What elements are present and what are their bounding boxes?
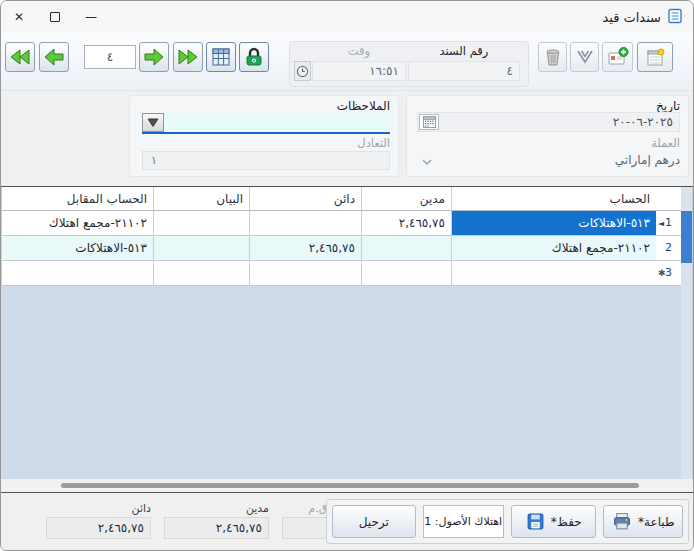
print-button[interactable]: طباعة* <box>603 505 683 538</box>
vertical-scrollbar[interactable] <box>681 187 693 479</box>
first-record-button[interactable] <box>5 42 35 72</box>
minimize-icon: — <box>85 10 97 24</box>
row-number: 1 <box>665 216 672 229</box>
asset-depreciation-box[interactable]: اهتلاك الأصول: 1 <box>423 505 505 538</box>
debit-cell[interactable] <box>361 261 451 286</box>
account-cell[interactable]: ٢١١٠٢-مجمع اهتلاك <box>451 236 656 261</box>
add-card-button[interactable] <box>602 42 633 72</box>
debit-total-field[interactable]: ٢,٤٦٥,٧٥ <box>164 517 269 539</box>
id-card-plus-icon <box>607 46 629 68</box>
horizontal-scrollbar[interactable] <box>1 479 693 492</box>
header-account[interactable]: الحساب <box>451 187 656 211</box>
vertical-scrollbar-thumb[interactable] <box>681 211 692 263</box>
titlebar: سندات قيد ✕ — <box>1 1 693 33</box>
calendar-button[interactable] <box>419 114 439 130</box>
maximize-button[interactable] <box>37 1 73 33</box>
row-number-cell[interactable]: 1◄ <box>656 211 681 236</box>
post-button[interactable]: ترحيل <box>332 505 416 538</box>
header-row-number <box>656 187 681 211</box>
header-counter-account[interactable]: الحساب المقابل <box>1 187 153 211</box>
stamp-button[interactable] <box>570 42 599 72</box>
time-field[interactable]: ١٦:٥١ <box>312 61 406 81</box>
currency-label: العملة <box>651 136 680 150</box>
account-cell[interactable] <box>451 261 656 286</box>
actions-panel: طباعة* حفظ* اهتلاك الأصول: 1 ترحيل <box>326 499 689 544</box>
toolbar: ٤ رقم السند ٤ وقت ١٦:٥١ <box>1 33 693 91</box>
clock-button[interactable] <box>294 61 311 81</box>
debit-value: ٢,٤٦٥,٧٥ <box>399 216 445 230</box>
debit-total-label: مدين <box>164 502 269 517</box>
header-statement[interactable]: البيان <box>153 187 249 211</box>
clock-icon <box>296 65 309 78</box>
row-number: 3 <box>665 266 672 279</box>
save-button-label: حفظ* <box>551 515 582 529</box>
debit-cell[interactable] <box>361 236 451 261</box>
notes-label: الملاحظات <box>337 99 390 113</box>
notes-field[interactable] <box>142 113 390 134</box>
credit-cell[interactable] <box>249 261 361 286</box>
notes-panel: الملاحظات التعادل ١ <box>129 95 399 177</box>
double-arrow-right-icon <box>176 45 200 69</box>
printer-icon <box>612 512 632 531</box>
statement-cell[interactable] <box>153 261 249 286</box>
header-debit[interactable]: مدين <box>361 187 451 211</box>
totals-area: ض.ق.م مدين ٢,٤٦٥,٧٥ دائن ٢,٤٦٥,٧٥ <box>46 502 344 539</box>
horizontal-scrollbar-thumb[interactable] <box>61 483 639 488</box>
close-icon: ✕ <box>14 10 24 24</box>
counter-account-cell[interactable] <box>1 261 153 286</box>
previous-record-button[interactable] <box>39 42 69 72</box>
voucher-number-label: رقم السند <box>408 44 520 58</box>
statement-cell[interactable] <box>153 211 249 236</box>
notes-dropdown-button[interactable] <box>142 113 164 132</box>
date-field[interactable]: ٢٠٢٥-٠٦-٢٠ <box>417 112 680 132</box>
credit-total-label: دائن <box>46 502 151 517</box>
date-label: تاريخ <box>656 99 680 113</box>
current-row-marker-icon: ◄ <box>658 211 664 236</box>
voucher-info-panel: رقم السند ٤ وقت ١٦:٥١ <box>289 41 529 87</box>
parity-field[interactable]: ١ <box>142 151 390 170</box>
post-button-label: ترحيل <box>359 515 389 529</box>
close-button[interactable]: ✕ <box>1 1 37 33</box>
debit-total-group: مدين ٢,٤٦٥,٧٥ <box>164 502 269 539</box>
new-voucher-button[interactable] <box>637 42 673 72</box>
voucher-number-field[interactable]: ٤ <box>408 61 520 81</box>
account-cell[interactable]: ٥١٣-الاهتلاكات <box>451 211 656 236</box>
row-number-cell[interactable]: 2 <box>656 236 681 261</box>
header-credit[interactable]: دائن <box>249 187 361 211</box>
save-button[interactable]: حفظ* <box>511 505 596 538</box>
currency-select[interactable]: درهم إماراتي <box>417 150 680 170</box>
credit-total-field[interactable]: ٢,٤٦٥,٧٥ <box>46 517 151 539</box>
grid-view-button[interactable] <box>206 42 236 72</box>
double-arrow-left-icon <box>8 45 32 69</box>
last-record-button[interactable] <box>173 42 203 72</box>
counter-account-cell[interactable]: ٥١٣-الاهتلاكات <box>1 236 153 261</box>
date-currency-panel: تاريخ ٢٠٢٥-٠٦-٢٠ العملة درهم إماراتي <box>406 95 689 177</box>
lock-icon <box>243 46 265 68</box>
dropdown-triangle-icon <box>147 117 159 128</box>
credit-value: ٢,٤٦٥,٧٥ <box>309 241 355 255</box>
window-controls: ✕ — <box>1 1 109 33</box>
statement-cell[interactable] <box>153 236 249 261</box>
next-record-button[interactable] <box>139 42 169 72</box>
credit-cell[interactable] <box>249 211 361 236</box>
window-title: سندات قيد <box>602 10 661 25</box>
window-title-area: سندات قيد <box>602 1 683 33</box>
lock-button[interactable] <box>239 42 269 72</box>
grid-header-row: الحساب مدين دائن البيان الحساب المقابل <box>1 187 681 211</box>
date-value: ٢٠٢٥-٠٦-٢٠ <box>613 113 673 131</box>
record-index-field[interactable]: ٤ <box>84 45 136 69</box>
journal-voucher-window: سندات قيد ✕ — ٤ رقم السند ٤ <box>0 0 694 551</box>
calendar-icon <box>422 115 437 129</box>
debit-cell[interactable]: ٢,٤٦٥,٧٥ <box>361 211 451 236</box>
floppy-disk-icon <box>526 512 545 531</box>
notepad-icon <box>644 46 666 68</box>
parity-label: التعادل <box>357 136 390 150</box>
minimize-button[interactable]: — <box>73 1 109 33</box>
grid-icon <box>211 47 231 67</box>
entries-grid: الحساب مدين دائن البيان الحساب المقابل 1… <box>1 186 693 493</box>
credit-cell[interactable]: ٢,٤٦٥,٧٥ <box>249 236 361 261</box>
delete-voucher-button[interactable] <box>538 42 567 72</box>
counter-account-cell[interactable]: ٢١١٠٢-مجمع اهتلاك <box>1 211 153 236</box>
bottom-bar: ض.ق.م مدين ٢,٤٦٥,٧٥ دائن ٢,٤٦٥,٧٥ طباعة*… <box>1 493 693 550</box>
row-number-cell[interactable]: 3✱ <box>656 261 681 286</box>
